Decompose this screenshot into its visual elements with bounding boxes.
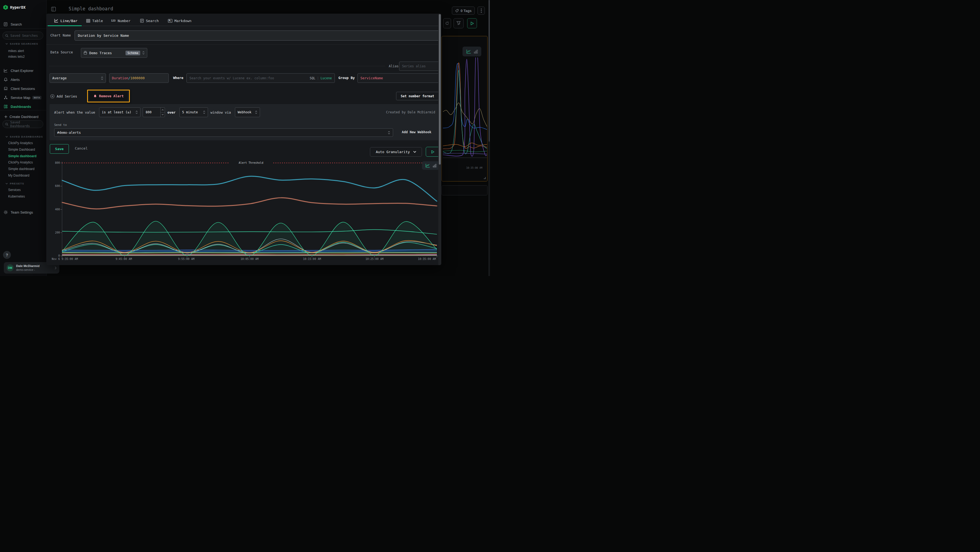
y-axis-tick-label: 800: [49, 161, 60, 164]
modal-scrollbar-track[interactable]: [438, 14, 441, 265]
data-source-select[interactable]: Demo Traces Schema: [81, 48, 147, 58]
more-menu-button[interactable]: [477, 6, 485, 15]
tab-line-bar[interactable]: Line/Bar: [54, 17, 78, 24]
schema-badge: Schema: [126, 51, 140, 55]
lucene-toggle[interactable]: Lucene: [320, 76, 332, 80]
dashboard-panel-selected[interactable]: 10:35:00 AM: [442, 36, 488, 182]
saved-searches-placeholder: Saved Searches: [10, 34, 38, 38]
filter-button[interactable]: [453, 18, 464, 28]
brand-name: HyperDX: [10, 5, 25, 10]
dashboard-item[interactable]: ClickPy Analytics: [8, 141, 33, 145]
dashboard-panel-empty[interactable]: [442, 185, 488, 195]
sidebar-item-service-map[interactable]: Service Map BETA: [0, 94, 46, 101]
alert-threshold-input[interactable]: 800: [143, 107, 165, 117]
saved-search-item[interactable]: mikes tets2: [8, 55, 25, 59]
caret-down-icon: [5, 183, 8, 185]
collapse-sidebar-icon[interactable]: [51, 7, 56, 11]
run-query-button-bg[interactable]: [467, 18, 477, 28]
sidebar-item-dashboards[interactable]: Dashboards: [0, 103, 46, 110]
alert-channel-select[interactable]: Webhook: [235, 107, 260, 117]
granularity-select[interactable]: Auto Granularity: [370, 147, 422, 157]
laptop-icon: [3, 86, 8, 91]
resize-handle-icon[interactable]: [484, 177, 486, 179]
bar-chart-toggle-icon[interactable]: [433, 164, 436, 168]
sql-toggle[interactable]: SQL: [310, 76, 315, 80]
sidebar-item-team-settings[interactable]: Team Settings: [0, 209, 46, 216]
preset-item[interactable]: Services: [8, 188, 21, 192]
alert-condition-select[interactable]: is at least (≥): [99, 107, 140, 117]
threshold-stepper: [160, 108, 165, 117]
presets-section[interactable]: PRESETS: [5, 182, 24, 185]
chart-canvas: [49, 159, 440, 263]
brand[interactable]: HyperDX: [3, 5, 25, 10]
x-axis-tick-label: 10:15:00 AM: [303, 257, 321, 260]
dashboard-item[interactable]: Simple Dashboard: [8, 148, 35, 152]
data-source-label: Data Source: [50, 50, 73, 54]
sidebar-item-alerts[interactable]: Alerts: [0, 76, 46, 83]
add-new-webhook-button[interactable]: Add New Webhook: [402, 130, 431, 134]
run-chart-button[interactable]: [426, 147, 440, 157]
page-scrollbar-thumb[interactable]: [488, 0, 490, 142]
search-tab-icon: [140, 19, 144, 22]
chart-type-toggle[interactable]: [422, 161, 440, 170]
dashboard-item[interactable]: My Dashboard: [8, 174, 29, 177]
tags-button[interactable]: 0 Tags: [452, 6, 475, 15]
divider: [0, 110, 46, 110]
magnifier-icon: [5, 123, 8, 126]
send-to-select[interactable]: #demo-alerts: [54, 128, 393, 137]
saved-search-item[interactable]: mikes alert: [8, 49, 24, 53]
tab-search[interactable]: Search: [140, 17, 159, 24]
remove-alert-button[interactable]: Remove Alert: [89, 92, 128, 100]
sidebar-item-search[interactable]: Search: [0, 21, 46, 28]
background-mini-chart: [443, 57, 487, 163]
field-expression-input[interactable]: Duration/1000000: [109, 73, 169, 83]
stepper-up-button[interactable]: [161, 108, 165, 112]
x-axis-tick-label: 9:45:00 AM: [116, 257, 132, 260]
saved-searches-input[interactable]: Saved Searches: [2, 32, 43, 40]
refresh-button[interactable]: [443, 18, 451, 28]
sidebar-item-chart-explorer[interactable]: Chart Explorer: [0, 67, 46, 74]
group-by-input[interactable]: ServiceName: [358, 73, 439, 83]
tabs-divider: [46, 26, 438, 26]
tab-markdown[interactable]: M↓ Markdown: [168, 17, 191, 24]
active-tab-indicator: [48, 26, 82, 26]
add-series-button[interactable]: Add Series: [50, 94, 77, 98]
tab-table[interactable]: Table: [86, 17, 103, 24]
edit-chart-modal: Line/Bar Table 123 Number Search M↓ Mark…: [46, 14, 441, 265]
bar-chart-toggle-icon[interactable]: [474, 49, 478, 54]
where-search-input[interactable]: Search your events w/ Lucene ex. column:…: [186, 73, 335, 83]
chart-type-toggle[interactable]: [463, 46, 481, 56]
chart-name-input[interactable]: Duration by Service Name: [75, 30, 439, 41]
saved-dashboards-input[interactable]: Saved Dashboards: [2, 120, 43, 128]
dashboard-item[interactable]: Simple dashboard: [8, 167, 35, 171]
preset-item[interactable]: Kubernetes: [8, 195, 25, 198]
avatar: DM: [6, 264, 14, 271]
alert-window-select[interactable]: 5 minute: [180, 107, 208, 117]
tags-label: 0 Tags: [461, 9, 471, 13]
caret-down-icon: [5, 136, 8, 137]
page-scrollbar-track[interactable]: [488, 0, 490, 276]
chevron-down-icon: [413, 151, 416, 153]
chart-line-icon: [3, 69, 8, 73]
select-chevrons-icon: [101, 76, 103, 80]
tab-number[interactable]: 123 Number: [111, 17, 130, 24]
y-axis-tick-label: 0: [49, 254, 60, 257]
dashboard-item[interactable]: ClickPy Analytics: [8, 161, 33, 164]
stepper-down-button[interactable]: [161, 112, 165, 117]
aggregation-select[interactable]: Average: [49, 73, 106, 83]
set-number-format-button[interactable]: Set number format: [396, 92, 439, 100]
help-button[interactable]: ?: [3, 251, 11, 259]
dashboard-item-active[interactable]: Simple dashboard: [8, 154, 37, 158]
line-chart-toggle-icon[interactable]: [466, 49, 471, 54]
cancel-button[interactable]: Cancel: [75, 146, 88, 150]
modal-scrollbar-thumb[interactable]: [439, 14, 441, 164]
create-dashboard-button[interactable]: Create Dashboard: [4, 115, 38, 119]
caret-down-icon: [5, 43, 8, 45]
background-panel-time-label: 10:35:00 AM: [466, 166, 482, 169]
saved-dashboards-section[interactable]: SAVED DASHBOARDS: [5, 135, 43, 138]
sidebar-item-client-sessions[interactable]: Client Sessions: [0, 85, 46, 92]
saved-searches-section[interactable]: SAVED SEARCHES: [5, 42, 38, 45]
line-chart-toggle-icon[interactable]: [425, 163, 430, 168]
alias-input[interactable]: Series alias: [399, 62, 439, 71]
save-button[interactable]: Save: [50, 144, 69, 154]
